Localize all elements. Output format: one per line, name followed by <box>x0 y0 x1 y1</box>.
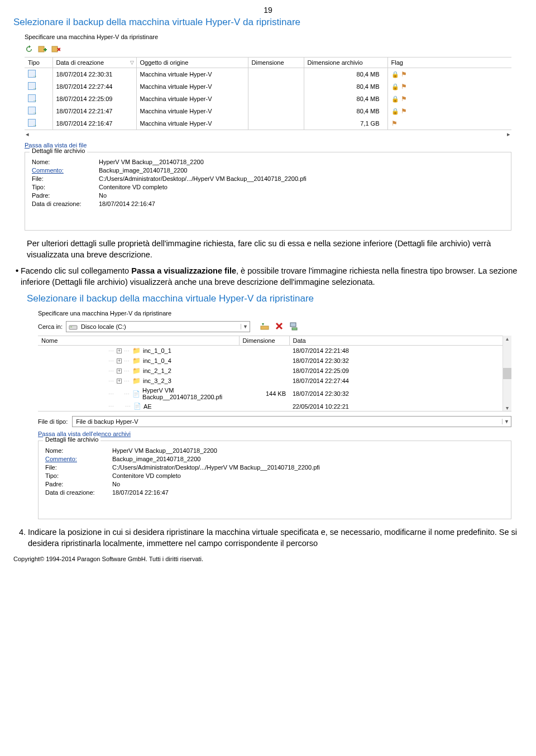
h-scrollbar[interactable]: ◂▸ <box>25 130 511 138</box>
svg-rect-5 <box>290 323 296 327</box>
flag-icon: ⚑ <box>401 95 407 103</box>
folder-icon: 📁 <box>132 367 141 375</box>
folder-icon: 📁 <box>132 347 141 355</box>
detail-file-label: File: <box>32 175 99 182</box>
filetype-label: File di tipo: <box>38 418 68 425</box>
detail-type-label: Tipo: <box>32 184 99 190</box>
file-tree-table: Nome Dimensione Data ⋯+⋯📁 inc_1_0_118/07… <box>38 336 511 411</box>
table-row[interactable]: 18/07/2014 22:16:47Macchina virtuale Hyp… <box>25 117 511 130</box>
v-scrollbar[interactable]: ▴▾ <box>502 336 511 411</box>
detail-date-value: 18/07/2014 22:16:47 <box>99 200 155 207</box>
col-date[interactable]: Data di creazione▽ <box>52 58 136 68</box>
screenshot-file-view: Specificare una macchina Hyper-V da ripr… <box>38 310 511 519</box>
detail-name-label: Nome: <box>45 447 112 454</box>
folder-icon: 📁 <box>132 357 141 365</box>
lock-icon: 🔒 <box>391 108 399 114</box>
bullet-text: Facendo clic sul collegamento Passa a vi… <box>21 266 523 288</box>
flag-icon: ⚑ <box>401 83 407 90</box>
detail-type-value: Contenitore VD completo <box>112 472 181 479</box>
filetype-combo[interactable]: File di backup Hyper-V ▼ <box>72 416 511 427</box>
toolbar <box>25 45 511 54</box>
detail-comment-label[interactable]: Commento: <box>32 167 99 174</box>
col-date[interactable]: Data <box>289 336 511 346</box>
archive-type-icon <box>28 70 36 78</box>
svg-rect-2 <box>69 326 77 329</box>
table-row[interactable]: ⋯+⋯📁 inc_1_0_418/07/2014 22:30:32 <box>38 356 511 366</box>
detail-file-value: C:/Users/Administrator/Desktop/.../Hyper… <box>99 175 307 182</box>
detail-name-label: Nome: <box>32 159 99 165</box>
expand-icon[interactable]: + <box>117 379 122 384</box>
col-archive-size[interactable]: Dimensione archivio <box>304 58 387 68</box>
archive-table: Tipo Data di creazione▽ Oggetto di origi… <box>25 57 511 130</box>
col-type[interactable]: Tipo <box>25 58 52 68</box>
delete-icon[interactable] <box>275 322 284 332</box>
detail-comment-value: Backup_image_20140718_2200 <box>99 167 187 174</box>
archive-type-icon <box>28 82 36 90</box>
table-row[interactable]: 18/07/2014 22:25:09Macchina virtuale Hyp… <box>25 93 511 105</box>
disk-icon <box>69 323 78 331</box>
bullet-icon: • <box>13 266 21 276</box>
expand-icon[interactable]: + <box>117 348 122 353</box>
svg-rect-1 <box>52 46 58 52</box>
archive-details-fieldset: Dettagli file archivio Nome:HyperV VM Ba… <box>25 152 511 231</box>
detail-parent-value: No <box>112 481 120 487</box>
detail-parent-value: No <box>99 192 107 199</box>
svg-rect-4 <box>261 326 269 329</box>
chevron-down-icon[interactable]: ▼ <box>241 324 250 329</box>
table-row[interactable]: ⋯+⋯📁 inc_3_2_318/07/2014 22:27:44 <box>38 376 511 386</box>
spec-label-2: Specificare una macchina Hyper-V da ripr… <box>38 310 511 317</box>
detail-comment-label[interactable]: Commento: <box>45 456 112 462</box>
detail-date-label: Data di creazione: <box>45 489 112 496</box>
col-name[interactable]: Nome <box>38 336 239 346</box>
table-row[interactable]: ⋯+⋯📁 inc_2_1_218/07/2014 22:25:09 <box>38 366 511 376</box>
detail-name-value: HyperV VM Backup__20140718_2200 <box>99 159 204 165</box>
search-in-value: Disco locale (C:) <box>80 323 241 330</box>
detail-parent-label: Padre: <box>32 192 99 199</box>
filetype-value: File di backup Hyper-V <box>73 418 502 425</box>
svg-rect-0 <box>39 46 44 52</box>
archive-type-icon <box>28 107 36 114</box>
svg-rect-6 <box>292 328 297 330</box>
paragraph-details: Per ulteriori dettagli sulle proprietà d… <box>27 238 523 260</box>
lock-icon: 🔒 <box>391 71 399 78</box>
fieldset-legend: Dettagli file archivio <box>30 147 87 154</box>
archive-details-fieldset-2: Dettagli file archivio Nome:HyperV VM Ba… <box>38 441 511 519</box>
lock-icon: 🔒 <box>391 83 399 90</box>
table-row[interactable]: ⋯⋯📄 HyperV VM Backup__20140718_2200.pfi1… <box>38 386 511 401</box>
col-origin[interactable]: Oggetto di origine <box>136 58 248 68</box>
expand-icon[interactable]: + <box>117 358 122 363</box>
file-icon: 📄 <box>132 390 140 398</box>
col-flag[interactable]: Flag <box>387 58 511 68</box>
detail-comment-value: Backup_image_20140718_2200 <box>112 456 200 462</box>
table-row[interactable]: ⋯⋯📄 AE22/05/2014 10:22:21 <box>38 401 511 411</box>
page-number: 19 <box>13 6 523 15</box>
search-in-label: Cerca in: <box>38 323 63 330</box>
file-icon: 📄 <box>133 403 141 410</box>
col-size[interactable]: Dimensione <box>239 336 289 346</box>
flag-icon: ⚑ <box>391 119 398 127</box>
numbered-list: Indicare la posizione in cui si desidera… <box>13 527 523 549</box>
detail-date-label: Data di creazione: <box>32 200 99 207</box>
archive-type-icon <box>28 119 36 127</box>
chevron-down-icon[interactable]: ▼ <box>502 419 511 424</box>
col-dimension[interactable]: Dimensione <box>248 58 304 68</box>
table-row[interactable]: 18/07/2014 22:30:31Macchina virtuale Hyp… <box>25 68 511 81</box>
detail-parent-label: Padre: <box>45 481 112 487</box>
network-icon[interactable] <box>289 322 298 332</box>
refresh-icon[interactable] <box>25 45 34 54</box>
search-in-combo[interactable]: Disco locale (C:) ▼ <box>66 321 250 332</box>
table-row[interactable]: 18/07/2014 22:21:47Macchina virtuale Hyp… <box>25 105 511 117</box>
add-archive-icon[interactable] <box>38 45 47 54</box>
lock-icon: 🔒 <box>391 95 399 102</box>
table-row[interactable]: ⋯+⋯📁 inc_1_0_118/07/2014 22:21:48 <box>38 346 511 356</box>
detail-date-value: 18/07/2014 22:16:47 <box>112 489 169 496</box>
expand-icon[interactable]: + <box>117 369 122 374</box>
archive-type-icon <box>28 94 36 102</box>
spec-label: Specificare una macchina Hyper-V da ripr… <box>25 34 511 40</box>
screenshot-archive-view: Specificare una macchina Hyper-V da ripr… <box>25 34 511 231</box>
new-folder-icon[interactable] <box>260 322 269 332</box>
footer-copyright: Copyright© 1994-2014 Paragon Software Gm… <box>13 556 523 562</box>
remove-archive-icon[interactable] <box>51 45 60 54</box>
table-row[interactable]: 18/07/2014 22:27:44Macchina virtuale Hyp… <box>25 80 511 93</box>
list-item-4: Indicare la posizione in cui si desidera… <box>28 527 523 549</box>
